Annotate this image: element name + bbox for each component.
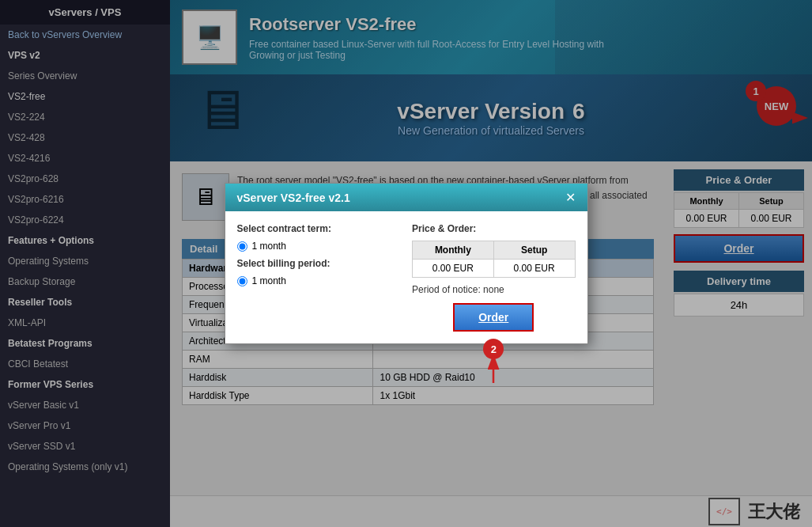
annotation-arrow-2 [482, 355, 505, 387]
contract-term-value: 1 month [252, 241, 286, 252]
billing-period-label: Select billing period: [237, 258, 401, 269]
modal-order-button[interactable]: Order [453, 303, 534, 332]
modal-price-label: Price & Order: [412, 223, 576, 234]
modal-dialog: vServer VS2-free v2.1 ✕ Select contract … [225, 183, 588, 344]
billing-period-value: 1 month [252, 275, 286, 286]
modal-setup-value: 0.00 EUR [493, 260, 575, 278]
modal-price-col-setup: Setup [493, 241, 575, 260]
modal-right-section: Price & Order: Monthly Setup 0.00 EUR 0.… [412, 223, 576, 332]
modal-title: vServer VS2-free v2.1 [237, 191, 350, 204]
contract-term-option: 1 month [237, 241, 401, 252]
billing-period-option: 1 month [237, 275, 401, 286]
modal-close-button[interactable]: ✕ [565, 190, 576, 205]
modal-overlay: vServer VS2-free v2.1 ✕ Select contract … [0, 0, 812, 527]
billing-period-radio[interactable] [237, 276, 247, 286]
modal-body: Select contract term: 1 month Select bil… [225, 211, 587, 343]
modal-price-col-monthly: Monthly [413, 241, 494, 260]
modal-left-section: Select contract term: 1 month Select bil… [237, 223, 401, 332]
modal-header: vServer VS2-free v2.1 ✕ [225, 184, 587, 211]
modal-price-row: 0.00 EUR 0.00 EUR [413, 260, 576, 278]
contract-term-radio[interactable] [237, 241, 247, 252]
period-notice: Period of notice: none [412, 284, 576, 295]
modal-price-table: Monthly Setup 0.00 EUR 0.00 EUR [412, 241, 576, 278]
modal-monthly-value: 0.00 EUR [413, 260, 494, 278]
contract-term-label: Select contract term: [237, 223, 401, 234]
